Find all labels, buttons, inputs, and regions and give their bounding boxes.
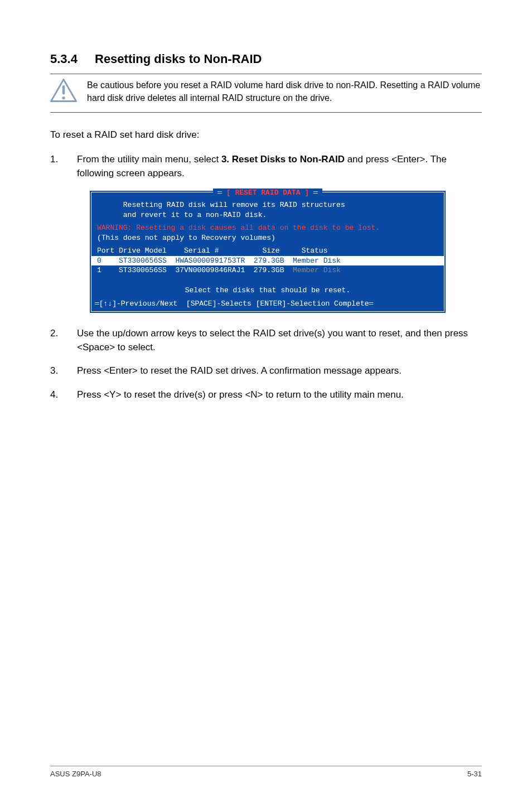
step-body: Press <Y> to reset the drive(s) or press… — [77, 388, 482, 402]
step-number: 3. — [50, 364, 77, 378]
caution-icon — [50, 79, 77, 107]
section-title: Resetting disks to Non-RAID — [95, 52, 262, 66]
step-text-bold: 3. Reset Disks to Non-RAID — [221, 154, 345, 165]
step-number: 1. — [50, 153, 77, 180]
step-number: 2. — [50, 327, 77, 354]
list-item: 3. Press <Enter> to reset the RAID set d… — [50, 364, 482, 378]
list-item: 1. From the utility main menu, select 3.… — [50, 153, 482, 180]
svg-point-2 — [62, 96, 65, 99]
steps-list-cont: 2. Use the up/down arrow keys to select … — [50, 327, 482, 402]
terminal-warning: WARNING: Resetting a disk causes all dat… — [91, 223, 444, 233]
intro-text: To reset a RAID set hard disk drive: — [50, 128, 482, 142]
list-item: 2. Use the up/down arrow keys to select … — [50, 327, 482, 354]
terminal-screenshot: ═[ RESET RAID DATA ]═ Resetting RAID dis… — [89, 190, 446, 313]
table-row: 0 ST3300656SS HWAS0000991753TR 279.3GB M… — [91, 256, 444, 266]
terminal-table-header: Port Drive Model Serial # Size Status — [91, 246, 444, 256]
section-number: 5.3.4 — [50, 50, 95, 68]
step-body: From the utility main menu, select 3. Re… — [77, 153, 482, 180]
terminal-title-bar: ═[ RESET RAID DATA ]═ — [91, 188, 444, 198]
terminal-title: [ RESET RAID DATA ] — [224, 189, 311, 197]
table-row: 1 ST3300656SS 37VN00009846RAJ1 279.3GB M… — [91, 265, 444, 276]
terminal-window: ═[ RESET RAID DATA ]═ Resetting RAID dis… — [89, 190, 446, 313]
steps-list: 1. From the utility main menu, select 3.… — [50, 153, 482, 180]
caution-text: Be cautious before you reset a RAID volu… — [87, 79, 482, 104]
svg-rect-1 — [62, 85, 65, 95]
list-item: 4. Press <Y> to reset the drive(s) or pr… — [50, 388, 482, 402]
dim-status: Member Disk — [293, 266, 341, 274]
section-heading: 5.3.4Resetting disks to Non-RAID — [50, 50, 482, 68]
terminal-note: (This does not apply to Recovery volumes… — [91, 233, 444, 243]
terminal-prompt: Select the disks that should be reset. — [91, 282, 444, 299]
terminal-footer: ═[↑↓]-Previous/Next [SPACE]-Selects [ENT… — [91, 298, 444, 310]
step-body: Press <Enter> to reset the RAID set driv… — [77, 364, 482, 378]
step-number: 4. — [50, 388, 77, 402]
step-body: Use the up/down arrow keys to select the… — [77, 327, 482, 354]
terminal-line: and revert it to a non-RAID disk. — [91, 210, 444, 220]
step-text-pre: From the utility main menu, select — [77, 154, 221, 165]
caution-block: Be cautious before you reset a RAID volu… — [50, 74, 482, 113]
terminal-line: Resetting RAID disk will remove its RAID… — [91, 200, 444, 210]
